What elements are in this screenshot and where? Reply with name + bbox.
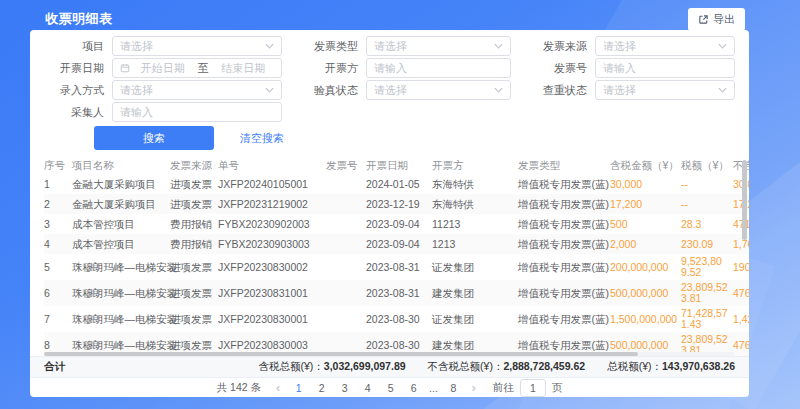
clear-search-link[interactable]: 清空搜索 — [240, 131, 284, 146]
cell-invoice-no — [326, 280, 366, 306]
invoice-type-select[interactable]: 请选择 — [366, 36, 511, 56]
summary-item-value: 3,032,699,097.89 — [324, 360, 406, 372]
column-header-amount-with-tax: 含税金额（¥） — [610, 156, 681, 174]
cell-tax: 71,428,571.43 — [681, 306, 733, 332]
page-title: 收票明细表 — [45, 10, 113, 28]
cell-project: 成本管控项目 — [72, 234, 170, 254]
page-button-2[interactable]: 2 — [310, 380, 333, 396]
cell-order-no: JXFP20230830002 — [218, 254, 326, 280]
cell-source: 费用报销 — [170, 214, 218, 234]
column-header-order-no: 单号 — [218, 156, 326, 174]
cell-amount-without-tax: 476,190,476.19 — [733, 332, 749, 358]
summary-row: 合计 含税总额(¥)：3,032,699,097.89不含税总额(¥)：2,88… — [30, 356, 749, 378]
cell-type: 增值税专用发票(蓝) — [518, 174, 610, 194]
cell-no: 5 — [44, 254, 72, 280]
cell-type: 增值税专用发票(蓝) — [518, 234, 610, 254]
cell-tax: 9,523,809.52 — [681, 254, 733, 280]
page-button-3[interactable]: 3 — [333, 380, 356, 396]
placeholder-text: 请选择 — [374, 83, 407, 98]
calendar-icon — [120, 63, 130, 73]
cell-amount-with-tax: 1,500,000,000 — [610, 306, 681, 332]
cell-order-no: JXFP20240105001 — [218, 174, 326, 194]
page-button-8[interactable]: 8 — [442, 380, 465, 396]
summary-item-label: 总税额(¥)： — [607, 360, 662, 372]
cell-project: 金融大厦采购项目 — [72, 194, 170, 214]
cell-no: 1 — [44, 174, 72, 194]
filter-label-invoice-date: 开票日期 — [42, 61, 104, 76]
prev-page-icon[interactable]: ‹ — [271, 380, 285, 396]
filter-field-invoice-source: 发票来源请选择 — [525, 36, 735, 56]
page-button-5[interactable]: 5 — [379, 380, 402, 396]
filter-field-collector: 采集人请输入 — [42, 102, 282, 122]
cell-no: 7 — [44, 306, 72, 332]
cell-amount-with-tax: 500 — [610, 214, 681, 234]
cell-project: 金融大厦采购项目 — [72, 174, 170, 194]
cell-project: 成本管控项目 — [72, 214, 170, 234]
cell-type: 增值税专用发票(蓝) — [518, 254, 610, 280]
next-page-icon[interactable]: › — [467, 380, 481, 396]
start-date-placeholder: 开始日期 — [132, 61, 194, 76]
cell-amount-with-tax: 500,000,000 — [610, 280, 681, 306]
cell-project: 珠穆朗玛峰—电梯安装 — [72, 280, 170, 306]
top-bar: 收票明细表 导出 — [45, 7, 745, 31]
cell-order-no: JXFP20230830001 — [218, 306, 326, 332]
jump-label: 前往 — [493, 381, 514, 395]
verify-status-select[interactable]: 请选择 — [366, 80, 511, 100]
collector-input[interactable]: 请输入 — [112, 102, 282, 122]
table-row: 7珠穆朗玛峰—电梯安装进项发票JXFP202308300012023-08-30… — [44, 306, 749, 332]
column-header-no: 序号 — [44, 156, 72, 174]
issuer-input[interactable]: 请输入 — [366, 58, 511, 78]
filter-field-invoice-date: 开票日期开始日期至结束日期 — [42, 58, 282, 78]
cell-amount-without-tax: 190,476,190.48 — [733, 254, 749, 280]
cell-issuer: 证发集团 — [432, 254, 518, 280]
entry-method-select[interactable]: 请选择 — [112, 80, 282, 100]
filter-label-invoice-no: 发票号 — [525, 61, 587, 76]
cell-type: 增值税专用发票(蓝) — [518, 306, 610, 332]
jump-label-suffix: 页 — [552, 381, 563, 395]
placeholder-text: 请输入 — [603, 61, 636, 76]
column-header-date: 开票日期 — [366, 156, 432, 174]
cell-amount-without-tax: 476,190,476.19 — [733, 280, 749, 306]
summary-item-value: 2,888,728,459.62 — [503, 360, 585, 372]
page-jump-input[interactable] — [520, 379, 546, 397]
filter-field-issuer: 开票方请输入 — [296, 58, 511, 78]
filter-label-collector: 采集人 — [42, 105, 104, 120]
cell-no: 3 — [44, 214, 72, 234]
placeholder-text: 请选择 — [120, 39, 153, 54]
cell-issuer: 建发集团 — [432, 280, 518, 306]
column-header-project: 项目名称 — [72, 156, 170, 174]
cell-invoice-no — [326, 306, 366, 332]
page-button-6[interactable]: 6 — [402, 380, 425, 396]
chevron-down-icon — [265, 87, 274, 93]
cell-date: 2023-08-30 — [366, 306, 432, 332]
page-buttons: 123456...8 — [287, 380, 465, 396]
invoice-no-input[interactable]: 请输入 — [595, 58, 735, 78]
chevron-down-icon — [265, 43, 274, 49]
export-button[interactable]: 导出 — [688, 8, 745, 31]
table-row: 6珠穆朗玛峰—电梯安装进项发票JXFP202308310012023-08-31… — [44, 280, 749, 306]
project-select[interactable]: 请选择 — [112, 36, 282, 56]
filter-form: 项目请选择发票类型请选择发票来源请选择开票日期开始日期至结束日期开票方请输入发票… — [30, 30, 749, 122]
filter-label-issuer: 开票方 — [296, 61, 358, 76]
cell-project: 珠穆朗玛峰—电梯安装 — [72, 306, 170, 332]
summary-item-label: 含税总额(¥)： — [258, 360, 323, 372]
chevron-down-icon — [718, 87, 727, 93]
duplicate-status-select[interactable]: 请选择 — [595, 80, 735, 100]
page-button-1[interactable]: 1 — [287, 380, 310, 396]
cell-invoice-no — [326, 214, 366, 234]
summary-item-value: 143,970,638.26 — [662, 360, 735, 372]
cell-amount-with-tax: 30,000 — [610, 174, 681, 194]
content-card: 项目请选择发票类型请选择发票来源请选择开票日期开始日期至结束日期开票方请输入发票… — [30, 30, 749, 397]
cell-order-no: JXFP20230831001 — [218, 280, 326, 306]
table-row: 3成本管控项目费用报销FYBX202309020032023-09-041121… — [44, 214, 749, 234]
cell-tax: 28.3 — [681, 214, 733, 234]
invoice-source-select[interactable]: 请选择 — [595, 36, 735, 56]
cell-tax: 23,809,523.81 — [681, 280, 733, 306]
table-row: 5珠穆朗玛峰—电梯安装进项发票JXFP202308300022023-08-31… — [44, 254, 749, 280]
search-button[interactable]: 搜索 — [94, 126, 214, 150]
page-button-4[interactable]: 4 — [356, 380, 379, 396]
vertical-scrollbar-thumb[interactable] — [742, 160, 747, 240]
summary-item: 总税额(¥)：143,970,638.26 — [607, 360, 735, 374]
summary-item: 不含税总额(¥)：2,888,728,459.62 — [428, 360, 586, 374]
invoice-date-range-picker[interactable]: 开始日期至结束日期 — [112, 58, 282, 78]
